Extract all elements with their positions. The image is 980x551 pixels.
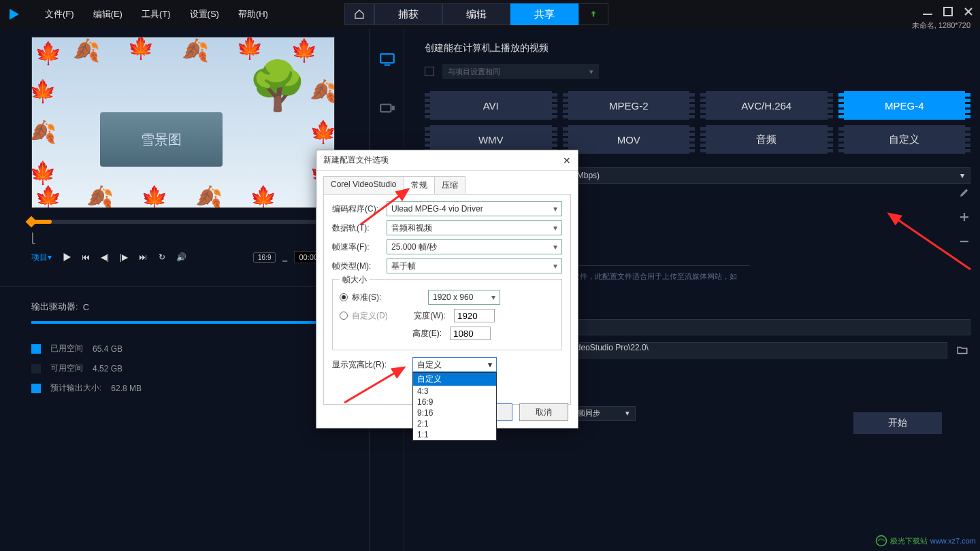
project-label: 项目▾ [31, 252, 52, 263]
dialog-tabs: Corel VideoStudio 常规 压缩 [323, 176, 571, 194]
aspect-dropdown-wrap: 自定义▾ 自定义 4:3 16:9 9:16 2:1 1:1 [412, 357, 497, 372]
nav-share[interactable]: 共享 [510, 3, 578, 25]
tree-icon: 🌳 [248, 58, 307, 114]
tab-compress[interactable]: 压缩 [434, 176, 466, 194]
right-title: 创建能在计算机上播放的视频 [425, 42, 970, 54]
format-audio[interactable]: 音频 [700, 125, 833, 154]
dialog-body: 编码程序(C):Ulead MPEG-4 vio Driver▾ 数据轨(T):… [323, 194, 571, 405]
watermark-icon [875, 535, 887, 547]
est-swatch [31, 384, 41, 393]
start-button[interactable]: 开始 [853, 412, 942, 434]
add-profile-icon[interactable] [958, 211, 970, 223]
menu-settings[interactable]: 设置(S) [180, 8, 229, 20]
prev-frame-button[interactable]: ◀| [97, 249, 113, 265]
cancel-button[interactable]: 取消 [519, 403, 568, 421]
format-row-1: AVI MPEG-2 AVC/H.264 MPEG-4 [425, 91, 970, 120]
height-input[interactable] [450, 327, 491, 340]
frametype-select[interactable]: 基于帧▾ [387, 258, 562, 273]
split-icon[interactable]: ⎯ [282, 252, 287, 262]
std-label: 标准(S): [352, 292, 401, 303]
loop-markers: ⎣⎦ [31, 233, 338, 244]
nav-home[interactable] [344, 3, 374, 25]
est-label: 预计输出大小: [50, 382, 101, 394]
aspect-select[interactable]: 自定义▾ [412, 357, 497, 372]
same-settings-checkbox[interactable] [425, 67, 434, 76]
repeat-button[interactable]: ↻ [154, 249, 170, 265]
play-button[interactable] [59, 249, 75, 265]
nav-upload[interactable] [578, 3, 608, 25]
minimize-icon[interactable] [923, 7, 932, 16]
status-text: 未命名, 1280*720 [912, 20, 970, 31]
aspect-opt-1-1[interactable]: 1:1 [413, 429, 496, 440]
svg-rect-1 [923, 14, 932, 15]
edit-profile-icon[interactable] [958, 186, 970, 199]
frametype-label: 帧类型(M): [332, 261, 387, 272]
svg-marker-3 [64, 253, 71, 261]
free-value: 4.52 GB [93, 364, 122, 373]
used-swatch [31, 344, 41, 354]
format-custom[interactable]: 自定义 [838, 125, 971, 154]
format-mpeg4[interactable]: MPEG-4 [838, 91, 971, 120]
remove-profile-icon[interactable] [958, 235, 970, 248]
track-label: 数据轨(T): [332, 222, 387, 234]
home-icon [354, 9, 365, 20]
play-icon [61, 251, 73, 263]
aspect-opt-16-9[interactable]: 16:9 [413, 397, 496, 407]
volume-button[interactable]: 🔊 [173, 249, 189, 265]
menu-help[interactable]: 帮助(H) [229, 8, 278, 20]
dialog-titlebar: 新建配置文件选项 ✕ [316, 150, 578, 171]
svg-rect-2 [944, 7, 952, 16]
tab-general[interactable]: 常规 [404, 176, 435, 194]
menu-file[interactable]: 文件(F) [35, 8, 84, 20]
est-value: 62.8 MB [111, 384, 142, 393]
menu-tools[interactable]: 工具(T) [132, 8, 180, 20]
svg-marker-0 [10, 9, 19, 20]
format-mov[interactable]: MOV [563, 125, 696, 154]
std-size-select[interactable]: 1920 x 960▾ [428, 290, 500, 305]
framesize-group: 帧大小 标准(S): 1920 x 960▾ 自定义(D) 宽度(W): 高度(… [332, 279, 562, 350]
format-mpeg2[interactable]: MPEG-2 [563, 91, 696, 120]
track-select[interactable]: 音频和视频▾ [387, 220, 562, 235]
framerate-select[interactable]: 25.000 帧/秒▾ [387, 239, 562, 254]
used-value: 65.4 GB [93, 344, 122, 354]
preview-area: 🍁🍂🍁🍂🍁🍁 🍁🍂🍁 🍂🍁🍁 🍁🍂🍁🍂🍁 🌳 雪景图 [0, 29, 369, 208]
menu-edit[interactable]: 编辑(E) [84, 8, 132, 20]
timeline[interactable] [31, 215, 338, 229]
same-settings-row: 与项目设置相同▾ [425, 64, 970, 79]
custom-radio[interactable] [340, 312, 348, 320]
aspect-label: 显示宽高比(R): [332, 359, 412, 371]
next-frame-button[interactable]: |▶ [116, 249, 132, 265]
aspect-opt-2-1[interactable]: 2:1 [413, 418, 496, 429]
aspect-opt-9-16[interactable]: 9:16 [413, 407, 496, 418]
output-section: 输出驱动器: C 已用空间65.4 GB 可用空间4.52 GB 预计输出大小:… [0, 286, 369, 416]
close-icon[interactable] [964, 7, 973, 16]
device-icon[interactable] [376, 98, 398, 120]
svg-rect-5 [384, 65, 390, 66]
nav-edit[interactable]: 编辑 [442, 3, 510, 25]
aspect-ratio-badge[interactable]: 16:9 [253, 252, 276, 263]
window-controls [923, 7, 973, 16]
format-avc[interactable]: AVC/H.264 [700, 91, 833, 120]
goto-start-button[interactable]: ⏮ [78, 249, 94, 265]
width-label: 宽度(W): [405, 310, 446, 322]
tab-corel[interactable]: Corel VideoStudio [323, 176, 404, 194]
same-settings-dropdown[interactable]: 与项目设置相同▾ [442, 64, 599, 79]
computer-icon[interactable] [376, 49, 398, 71]
dialog-close-icon[interactable]: ✕ [563, 155, 571, 166]
goto-end-button[interactable]: ⏭ [135, 249, 151, 265]
watermark-brand: 极光下载站 [890, 536, 928, 546]
aspect-opt-custom[interactable]: 自定义 [413, 373, 496, 386]
aspect-opt-4-3[interactable]: 4:3 [413, 386, 496, 397]
format-avi[interactable]: AVI [425, 91, 557, 120]
preview-caption: 雪景图 [100, 112, 223, 167]
playback-controls: 项目▾ ⏮ ◀| |▶ ⏭ ↻ 🔊 16:9 ⎯ 00:00 ⛶ [31, 249, 338, 265]
encoder-select[interactable]: Ulead MPEG-4 vio Driver▾ [387, 201, 562, 216]
width-input[interactable] [454, 309, 495, 322]
custom-label: 自定义(D) [352, 310, 401, 322]
maximize-icon[interactable] [943, 7, 953, 16]
menubar: 文件(F) 编辑(E) 工具(T) 设置(S) 帮助(H) 捕获 编辑 共享 未… [0, 0, 980, 29]
dialog-title: 新建配置文件选项 [323, 154, 389, 166]
nav-capture[interactable]: 捕获 [374, 3, 442, 25]
std-radio[interactable] [340, 293, 348, 301]
browse-folder-icon[interactable] [954, 342, 970, 358]
